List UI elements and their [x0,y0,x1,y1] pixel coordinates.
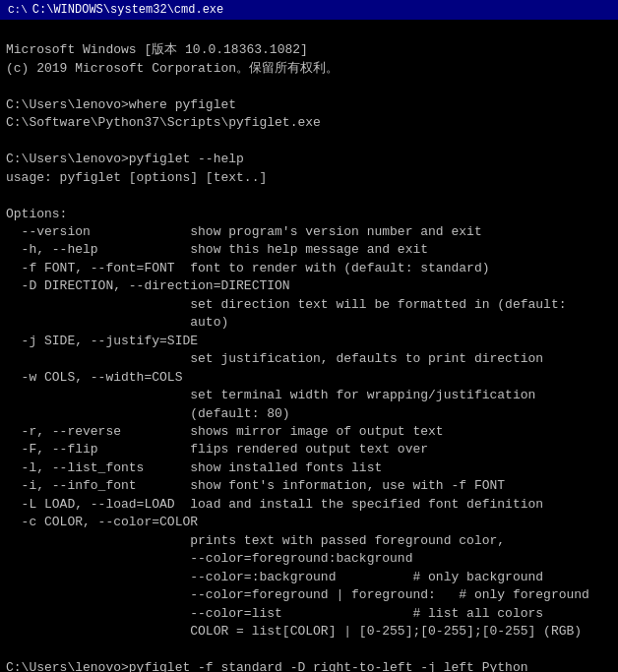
line-flip: -F, --flip flips rendered output text ov… [6,442,428,457]
line-width-desc1: set terminal width for wrapping/justific… [6,388,535,402]
line-help-opt: -h, --help show this help message and ex… [6,242,428,257]
line-color-desc1: prints text with passed foreground color… [6,533,505,548]
line-copyright: (c) 2019 Microsoft Corporation。保留所有权利。 [6,61,339,76]
cmd-title-icon: C:\ [8,4,28,16]
line-where-cmd: C:\Users\lenovo>where pyfiglet [6,97,236,112]
line-color-desc4: --color=foreground | foreground: # only … [6,587,589,602]
line-list: -l, --list_fonts show installed fonts li… [6,460,382,475]
line-justify-desc: set justification, defaults to print dir… [6,351,543,366]
line-justify: -j SIDE, --justify=SIDE [6,334,198,348]
line-load: -L LOAD, --load=LOAD load and install th… [6,497,543,512]
final-titlebar: C:\ C:\WINDOWS\system32\cmd.exe [0,0,618,20]
line-color-desc2: --color=foreground:background [6,551,412,566]
line-pyfiglet-cmd: C:\Users\lenovo>pyfiglet -f standard -D … [6,660,528,672]
line-version: --version show program's version number … [6,224,482,239]
line-font: -f FONT, --font=FONT font to render with… [6,261,489,275]
line-options-hdr: Options: [6,207,67,221]
line-info: -i, --info_font show font's information,… [6,478,505,493]
line-where-result: C:\Software\Python37\Scripts\pyfiglet.ex… [6,115,321,130]
line-color: -c COLOR, --color=COLOR [6,515,198,529]
line-width-desc2: (default: 80) [6,406,290,421]
line-win-ver: Microsoft Windows [版本 10.0.18363.1082] [6,42,308,57]
line-color-desc6: COLOR = list[COLOR] | [0-255];[0-255];[0… [6,624,582,639]
final-content[interactable]: Microsoft Windows [版本 10.0.18363.1082] (… [0,20,618,672]
line-dir-desc1: set direction text will be formatted in … [6,297,567,312]
line-color-desc3: --color=:background # only background [6,570,543,584]
line-width: -w COLS, --width=COLS [6,370,182,385]
cmd-title: C:\WINDOWS\system32\cmd.exe [32,3,223,17]
line-reverse: -r, --reverse shows mirror image of outp… [6,424,444,439]
line-help-cmd: C:\Users\lenovo>pyfiglet --help [6,152,244,166]
final-terminal: C:\ C:\WINDOWS\system32\cmd.exe Microsof… [0,0,618,672]
line-dir-desc2: auto) [6,315,228,330]
line-dir: -D DIRECTION, --direction=DIRECTION [6,278,290,293]
line-usage: usage: pyfiglet [options] [text..] [6,170,267,185]
line-color-desc5: --color=list # list all colors [6,606,543,621]
